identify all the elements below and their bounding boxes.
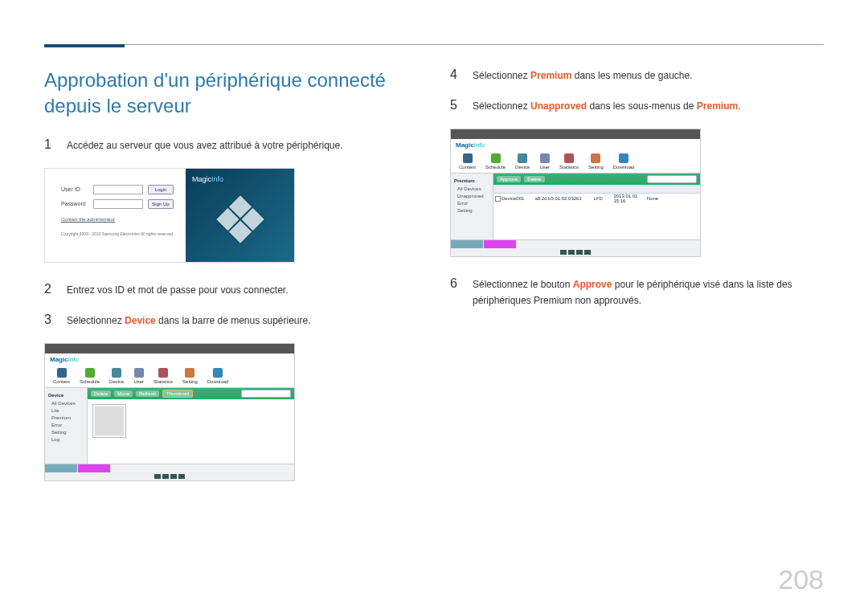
sidebar-item-error[interactable]: Error: [457, 201, 489, 206]
nav-download-icon[interactable]: Download: [613, 153, 635, 170]
login-user-id-input[interactable]: [93, 185, 143, 194]
pager-btn[interactable]: [576, 250, 583, 255]
nav-device-icon[interactable]: Device: [515, 153, 530, 170]
pager: [45, 472, 294, 480]
brand-magic: Magic: [192, 175, 211, 183]
nav-setting-icon[interactable]: Setting: [182, 368, 198, 384]
toolbar-btn[interactable]: Refresh: [136, 390, 159, 397]
premium-screenshot: MagicInfo Content Schedule Device User S…: [450, 129, 824, 257]
step-3-number: 3: [44, 313, 55, 327]
login-button[interactable]: Login: [148, 185, 174, 194]
app2-main: Approve Delete Device001 a8:2d:b5:01:02:…: [493, 174, 700, 239]
login-user-id-label: User ID: [61, 186, 88, 192]
device-screenshot: MagicInfo Content Schedule Device User S…: [44, 343, 418, 481]
nav-schedule-icon[interactable]: Schedule: [485, 153, 506, 170]
pager-btn[interactable]: [162, 474, 169, 479]
device-card-thumb: [95, 407, 124, 435]
step-2-number: 2: [44, 282, 55, 296]
pager-btn[interactable]: [178, 474, 185, 479]
sidebar-item[interactable]: Lite: [51, 408, 84, 413]
pager-btn[interactable]: [560, 250, 567, 255]
content-columns: Approbation d'un périphérique connecté d…: [44, 67, 824, 501]
sidebar-item[interactable]: Log: [51, 437, 84, 442]
login-brand-panel: MagicInfo: [186, 169, 294, 262]
nav-statistics-icon[interactable]: Statistics: [559, 153, 579, 170]
left-column: Approbation d'un périphérique connecté d…: [44, 67, 418, 501]
nav-content-icon[interactable]: Content: [53, 368, 70, 384]
step-1-text: Accédez au serveur que vous avez attribu…: [67, 138, 343, 153]
sidebar-item[interactable]: Error: [51, 423, 84, 427]
app2-sidebar: Premium All Devices Unapproved Error Set…: [451, 174, 493, 239]
step-4-text: Sélectionnez Premium dans les menus de g…: [473, 68, 693, 84]
sidebar-item[interactable]: Setting: [51, 430, 84, 435]
nav-schedule-icon[interactable]: Schedule: [80, 368, 100, 384]
step-5-highlight-1: Unapproved: [530, 100, 587, 112]
login-screenshot: User ID Login Password Sign Up Contact t…: [44, 168, 418, 263]
device-card[interactable]: [92, 404, 126, 438]
pager-btn[interactable]: [584, 250, 591, 255]
app-sidebar: Device All Devices Lite Premium Error Se…: [45, 388, 88, 464]
header-rule: [44, 44, 824, 45]
search-input-2[interactable]: [647, 175, 697, 183]
row-checkbox[interactable]: [495, 196, 501, 202]
nav-statistics-icon[interactable]: Statistics: [154, 368, 173, 384]
copyright-text: Copyright 2009 - 2013 Samsung Electronic…: [61, 231, 178, 236]
nav-setting-icon[interactable]: Setting: [588, 153, 604, 170]
step-1-number: 1: [44, 137, 55, 152]
step-6: 6 Sélectionnez le bouton Approve pour le…: [450, 276, 824, 308]
contact-admin-link[interactable]: Contact the administrator: [61, 217, 178, 222]
header-accent: [44, 44, 125, 47]
page-number: 208: [778, 564, 824, 595]
nav-device-icon[interactable]: Device: [109, 368, 124, 384]
step-3-text: Sélectionnez Device dans la barre de men…: [67, 313, 311, 329]
app-brand-magic: Magic: [50, 356, 68, 363]
pager-2: [451, 248, 700, 256]
nav-download-icon[interactable]: Download: [207, 368, 229, 384]
brand-info: Info: [211, 175, 223, 183]
right-column: 4 Sélectionnez Premium dans les menus de…: [450, 67, 824, 501]
step-1: 1 Accédez au serveur que vous avez attri…: [44, 137, 418, 153]
step-6-text: Sélectionnez le bouton Approve pour le p…: [473, 277, 824, 308]
toolbar-btn[interactable]: Move: [114, 390, 133, 397]
step-5: 5 Sélectionnez Unapproved dans les sous-…: [450, 98, 824, 114]
step-3-highlight: Device: [125, 315, 156, 326]
pager-btn[interactable]: [170, 474, 177, 479]
diamond-icon: [216, 195, 264, 243]
pager-btn[interactable]: [568, 250, 575, 255]
sidebar-item-unapproved[interactable]: Unapproved: [457, 194, 489, 198]
nav-user-icon[interactable]: User: [539, 153, 550, 170]
step-5-text: Sélectionnez Unapproved dans les sous-me…: [473, 99, 741, 114]
icon-bar: Content Schedule Device User Statistics …: [45, 365, 294, 388]
app2-toolbar: Approve Delete: [493, 174, 700, 185]
pager-btn[interactable]: [154, 474, 161, 479]
step-5-highlight-2: Premium: [697, 100, 738, 112]
table-row[interactable]: Device001 a8:2d:b5:01:02:03 261 LFD 2013…: [493, 194, 700, 202]
step-5-number: 5: [450, 98, 461, 112]
sidebar-item-setting[interactable]: Setting: [457, 208, 489, 213]
page-title: Approbation d'un périphérique connecté d…: [44, 67, 418, 120]
login-password-input[interactable]: [93, 199, 143, 209]
approve-button[interactable]: Approve: [497, 176, 521, 182]
toolbar-btn[interactable]: Delete: [524, 176, 544, 182]
toolbar-btn[interactable]: Delete: [91, 390, 111, 397]
icon-bar-2: Content Schedule Device User Statistics …: [451, 150, 700, 174]
nav-content-icon[interactable]: Content: [459, 153, 476, 170]
sidebar-item[interactable]: Premium: [51, 415, 84, 420]
thumbnail-toggle[interactable]: Thumbnail: [162, 390, 193, 398]
app-main: Delete Move Refresh Thumbnail: [88, 388, 294, 464]
sidebar-item[interactable]: All Devices: [51, 401, 84, 406]
app-brand-info: Info: [68, 356, 79, 363]
step-4: 4 Sélectionnez Premium dans les menus de…: [450, 67, 824, 84]
app2-brand-magic: Magic: [456, 141, 474, 149]
sidebar-header: Device: [48, 393, 84, 398]
search-input[interactable]: [241, 390, 291, 398]
nav-user-icon[interactable]: User: [133, 368, 144, 384]
login-password-label: Password: [61, 201, 88, 206]
app-toolbar: Delete Move Refresh Thumbnail: [88, 388, 294, 399]
app2-brand-info: Info: [474, 141, 485, 149]
sidebar-item-all[interactable]: All Devices: [457, 186, 489, 191]
signup-button[interactable]: Sign Up: [148, 199, 174, 209]
step-2-text: Entrez vos ID et mot de passe pour vous …: [67, 283, 288, 298]
step-6-highlight: Approve: [573, 279, 612, 290]
step-2: 2 Entrez vos ID et mot de passe pour vou…: [44, 282, 418, 298]
